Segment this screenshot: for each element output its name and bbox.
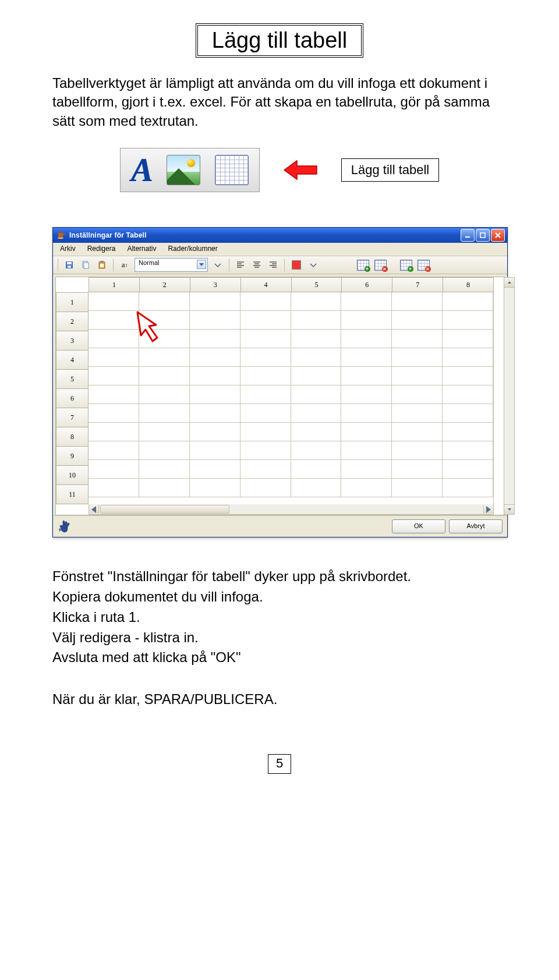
col-header[interactable]: 5 [292,277,342,292]
add-row-icon[interactable]: + [399,259,413,271]
chevron-down-icon[interactable] [307,259,320,271]
intro-text: Tabellverktyget är lämpligt att använda … [52,74,507,130]
outro-line: Kopiera dokumentet du vill infoga. [52,587,507,607]
row-header[interactable]: 4 [56,351,89,370]
toolbar: a↕ Normal + × + × [53,256,507,274]
remove-row-icon[interactable]: × [416,259,430,271]
col-header[interactable]: 4 [241,277,292,292]
ok-button[interactable]: OK [392,519,445,533]
save-icon[interactable] [63,259,76,271]
outro-text: Fönstret "Inställningar för tabell" dyke… [52,567,507,668]
table-tool-icon [215,155,249,185]
hand-icon [58,519,72,533]
menu-rader-kolumner[interactable]: Rader/kolumner [162,243,223,256]
table-grid[interactable] [89,292,494,504]
text-tool-icon: A [131,151,153,189]
row-header[interactable]: 1 [56,292,89,312]
app-icon [56,231,66,240]
style-dropdown[interactable]: Normal [135,258,208,272]
final-note: När du är klar, SPARA/PUBLICERA. [52,691,507,707]
align-right-icon[interactable] [267,259,280,271]
row-header[interactable]: 5 [56,370,89,389]
row-header[interactable]: 10 [56,466,89,485]
pointer-arrow-icon [283,158,318,182]
svg-rect-7 [84,263,89,268]
svg-marker-0 [284,161,317,179]
maximize-button[interactable] [476,229,490,242]
scroll-thumb[interactable] [100,505,229,514]
row-header[interactable]: 6 [56,389,89,408]
font-size-icon[interactable]: a↕ [118,259,131,271]
toolbar-strip: A [120,148,260,192]
callout-label: Lägg till tabell [341,158,440,182]
chevron-down-icon[interactable] [211,259,224,271]
add-column-icon[interactable]: + [356,259,370,271]
align-center-icon[interactable] [250,259,263,271]
col-header[interactable]: 2 [140,277,190,292]
page-number: 5 [268,754,291,774]
svg-rect-5 [68,266,71,268]
window-titlebar: Inställningar för Tabell [53,228,507,243]
menu-arkiv[interactable]: Arkiv [54,243,82,256]
menu-bar: Arkiv Redigera Alternativ Rader/kolumner [53,243,507,256]
svg-rect-4 [67,262,72,264]
minimize-button[interactable] [461,229,475,242]
row-headers: 1 2 3 4 5 6 7 8 9 10 11 [56,292,89,504]
svg-rect-1 [465,236,470,238]
cursor-pointer-icon [135,310,172,345]
paste-icon[interactable] [95,259,108,271]
col-header[interactable]: 7 [392,277,443,292]
horizontal-scrollbar[interactable] [89,504,494,515]
col-header[interactable]: 3 [190,277,241,292]
menu-alternativ[interactable]: Alternativ [121,243,162,256]
scroll-right-icon[interactable] [483,505,493,514]
col-header[interactable]: 8 [443,277,494,292]
outro-line: Avsluta med att klicka på "OK" [52,648,507,668]
svg-rect-10 [100,264,104,267]
picture-tool-icon [167,155,200,185]
svg-marker-11 [137,312,157,341]
scroll-down-icon[interactable] [504,504,514,514]
row-header[interactable]: 11 [56,485,89,504]
svg-rect-9 [100,261,104,263]
menu-redigera[interactable]: Redigera [82,243,122,256]
remove-column-icon[interactable]: × [373,259,387,271]
settings-window: Inställningar för Tabell Arkiv Redigera … [52,227,508,537]
page-title: Lägg till tabell [196,23,363,58]
scroll-up-icon[interactable] [504,278,514,288]
row-header[interactable]: 3 [56,331,89,351]
copy-icon[interactable] [79,259,92,271]
align-left-icon[interactable] [234,259,247,271]
svg-rect-2 [480,233,485,238]
col-header[interactable]: 6 [342,277,392,292]
fill-color-icon[interactable] [289,259,303,271]
dialog-button-bar: OK Avbryt [53,515,507,537]
row-header[interactable]: 9 [56,447,89,466]
column-headers: 1 2 3 4 5 6 7 8 [89,277,494,292]
row-header[interactable]: 7 [56,408,89,427]
outro-line: Klicka i ruta 1. [52,607,507,628]
row-header[interactable]: 2 [56,312,89,331]
close-button[interactable] [491,229,505,242]
outro-line: Fönstret "Inställningar för tabell" dyke… [52,567,507,587]
window-title: Inställningar för Tabell [69,231,147,239]
vertical-scrollbar[interactable] [504,277,515,515]
scroll-left-icon[interactable] [89,505,99,514]
outro-line: Välj redigera - klistra in. [52,628,507,648]
toolbar-figure: A Lägg till tabell [52,148,507,192]
row-header[interactable]: 8 [56,427,89,447]
col-header[interactable]: 1 [89,277,140,292]
cancel-button[interactable]: Avbryt [449,519,503,533]
